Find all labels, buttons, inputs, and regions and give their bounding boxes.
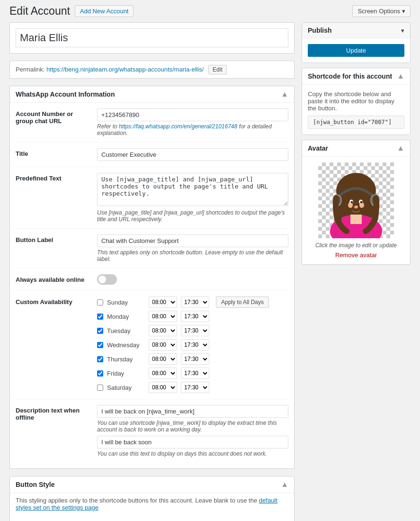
- availability-thursday: Thursday 08:00 17:30: [97, 353, 288, 365]
- publish-button[interactable]: Update: [308, 44, 404, 57]
- shortcode-card: Shortcode for this account ▲ Copy the sh…: [302, 68, 411, 135]
- shortcode-value[interactable]: [njwa_button id="7007"]: [308, 116, 404, 129]
- button-style-header: Button Style ▲: [10, 476, 294, 493]
- whatsapp-info-card: WhatsApp Account Information ▲ Account N…: [9, 86, 295, 469]
- availability-monday: Monday 08:00 17:30: [97, 311, 288, 322]
- friday-label: Friday: [107, 370, 145, 377]
- title-input[interactable]: [97, 148, 288, 161]
- monday-checkbox[interactable]: [97, 314, 103, 320]
- custom-availability-label: Custom Availability: [16, 296, 91, 305]
- offline-text-label: Description text when offline: [16, 405, 91, 421]
- screen-options-button[interactable]: Screen Options ▾: [352, 5, 411, 17]
- monday-start-time[interactable]: 08:00: [149, 311, 177, 322]
- svg-point-9: [351, 201, 353, 204]
- avatar-svg: [318, 162, 394, 238]
- thursday-start-time[interactable]: 08:00: [149, 353, 177, 365]
- account-number-hint: Refer to https://faq.whatsapp.com/en/gen…: [97, 123, 288, 136]
- tuesday-start-time[interactable]: 08:00: [149, 325, 177, 336]
- sunday-checkbox[interactable]: [97, 299, 103, 305]
- publish-chevron-icon: ▾: [401, 27, 404, 34]
- publish-title: Publish: [308, 27, 332, 34]
- whatsapp-info-title: WhatsApp Account Information: [16, 90, 115, 98]
- remove-avatar-link[interactable]: Remove avatar: [335, 252, 377, 259]
- always-available-row: Always available online: [16, 269, 288, 291]
- tuesday-checkbox[interactable]: [97, 328, 103, 334]
- availability-wednesday: Wednesday 08:00 17:30: [97, 339, 288, 350]
- shortcode-title: Shortcode for this account: [308, 72, 392, 80]
- predefined-text-row: Predefined Text Use [njwa_page_title] an…: [16, 167, 288, 229]
- custom-availability-row: Custom Availability Sunday 08:00: [16, 291, 288, 399]
- predefined-text-input[interactable]: Use [njwa_page_title] and [njwa_page_url…: [97, 173, 288, 206]
- predefined-text-hint: Use [njwa_page_title] and [njwa_page_url…: [97, 209, 288, 223]
- monday-label: Monday: [107, 313, 145, 320]
- title-field: [97, 148, 288, 161]
- shortcode-collapse-icon[interactable]: ▲: [397, 72, 404, 81]
- whatsapp-info-header: WhatsApp Account Information ▲: [10, 86, 294, 103]
- wednesday-start-time[interactable]: 08:00: [149, 339, 177, 350]
- availability-saturday: Saturday 08:00 17:30: [97, 382, 288, 393]
- availability-tuesday: Tuesday 08:00 17:30: [97, 325, 288, 336]
- sunday-end-time[interactable]: 17:30: [181, 296, 209, 308]
- publish-header: Publish ▾: [302, 23, 410, 38]
- button-label-input[interactable]: [97, 234, 288, 247]
- apply-all-button[interactable]: Apply to All Days: [216, 296, 269, 308]
- permalink-edit-button[interactable]: Edit: [208, 65, 227, 74]
- account-number-hint-link[interactable]: https://faq.whatsapp.com/en/general/2101…: [119, 123, 237, 130]
- button-label-row: Button Label This text applies only on s…: [16, 229, 288, 269]
- saturday-checkbox[interactable]: [97, 385, 103, 391]
- thursday-checkbox[interactable]: [97, 356, 103, 362]
- button-style-description: This styling applies only to the shortco…: [16, 493, 288, 511]
- button-style-collapse-icon[interactable]: ▲: [281, 480, 288, 489]
- sunday-start-time[interactable]: 08:00: [149, 296, 177, 308]
- friday-checkbox[interactable]: [97, 370, 103, 377]
- predefined-text-label: Predefined Text: [16, 173, 91, 182]
- svg-point-10: [360, 201, 363, 204]
- friday-start-time[interactable]: 08:00: [149, 368, 177, 379]
- avatar-body: Click the image to edit or update Remove…: [302, 157, 410, 264]
- monday-end-time[interactable]: 17:30: [181, 311, 209, 322]
- offline-text-2-hint: You can use this text to display on days…: [97, 450, 288, 457]
- style-selector-row: Button Style Round Square: [16, 517, 288, 521]
- thursday-label: Thursday: [107, 356, 145, 363]
- always-available-toggle[interactable]: [97, 274, 117, 285]
- wednesday-label: Wednesday: [107, 341, 145, 349]
- avatar-title: Avatar: [308, 144, 328, 152]
- collapse-icon[interactable]: ▲: [281, 90, 288, 99]
- availability-friday: Friday 08:00 17:30: [97, 368, 288, 379]
- button-style-title: Button Style: [16, 481, 54, 488]
- account-number-field: Refer to https://faq.whatsapp.com/en/gen…: [97, 108, 288, 136]
- account-number-input[interactable]: [97, 108, 288, 121]
- tuesday-label: Tuesday: [107, 327, 145, 334]
- account-name-input[interactable]: [16, 28, 288, 47]
- permalink-row: Permalink: https://beng.ninjateam.org/wh…: [9, 61, 295, 79]
- offline-text-input[interactable]: [97, 405, 288, 418]
- predefined-text-field: Use [njwa_page_title] and [njwa_page_url…: [97, 173, 288, 223]
- offline-text-2-input[interactable]: [97, 436, 288, 449]
- screen-options-label: Screen Options: [357, 8, 400, 15]
- button-label-label: Button Label: [16, 234, 91, 243]
- offline-text-hint: You can use shortcode [njwa_time_work] t…: [97, 420, 288, 433]
- whatsapp-info-body: Account Number or group chat URL Refer t…: [10, 103, 294, 468]
- permalink-url[interactable]: https://beng.ninjateam.org/whatsapp-acco…: [46, 66, 204, 73]
- avatar-collapse-icon[interactable]: ▲: [397, 144, 404, 153]
- publish-body: Update: [302, 38, 410, 63]
- avatar-header: Avatar ▲: [302, 140, 410, 157]
- shortcode-body: Copy the shortcode below and paste it in…: [302, 85, 410, 135]
- tuesday-end-time[interactable]: 17:30: [181, 325, 209, 336]
- avatar-image[interactable]: [318, 162, 394, 238]
- wednesday-checkbox[interactable]: [97, 342, 103, 348]
- thursday-end-time[interactable]: 17:30: [181, 353, 209, 365]
- saturday-end-time[interactable]: 17:30: [181, 382, 209, 393]
- saturday-start-time[interactable]: 08:00: [149, 382, 177, 393]
- chevron-down-icon: ▾: [402, 8, 405, 15]
- title-label: Title: [16, 148, 91, 157]
- always-available-label: Always available online: [16, 274, 91, 283]
- add-new-button[interactable]: Add New Account: [75, 5, 134, 17]
- account-name-card: [9, 22, 295, 54]
- button-style-body: This styling applies only to the shortco…: [10, 493, 294, 521]
- friday-end-time[interactable]: 17:30: [181, 368, 209, 379]
- sunday-label: Sunday: [107, 299, 145, 306]
- account-number-label: Account Number or group chat URL: [16, 108, 91, 125]
- wednesday-end-time[interactable]: 17:30: [181, 339, 209, 350]
- page-title: Edit Account: [9, 5, 70, 18]
